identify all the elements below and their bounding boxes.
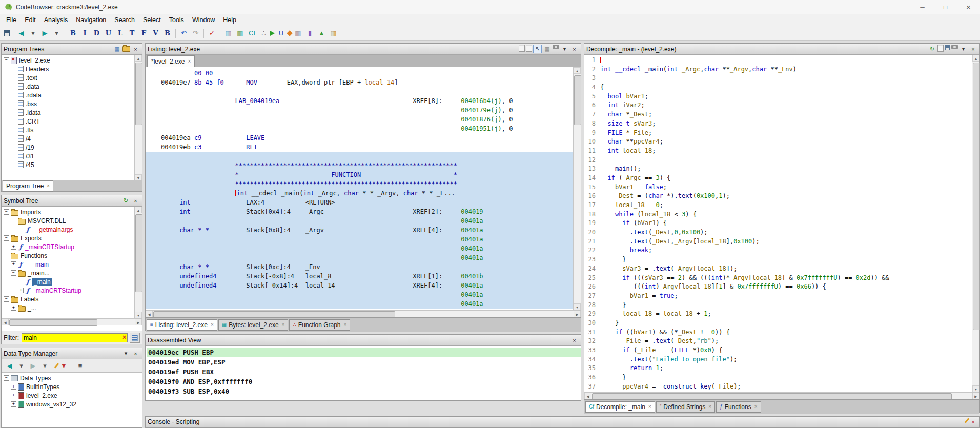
close-icon[interactable]: × [344,322,347,328]
disasm-row-2[interactable]: 004019ef PUSH EBX [147,367,581,377]
decompile-line-23[interactable]: 23 } [584,255,972,264]
expander-icon[interactable]: + [11,261,16,267]
close-icon[interactable]: × [131,196,140,205]
decompile-line-5[interactable]: 5 bool bVar1; [584,92,972,101]
decompile-line-31[interactable]: 31 if ((bVar1) && (*_Dest != 0)) { [584,328,972,337]
next-undefined-icon[interactable]: U [103,28,114,38]
re-decompile-icon[interactable]: ↻ [928,45,936,53]
decompile-line-27[interactable]: 27 bVar1 = true; [584,292,972,301]
menu-help[interactable]: Help [219,14,240,26]
refresh-icon[interactable]: ↻ [121,196,130,205]
close-icon[interactable]: × [211,322,214,328]
tree-item-data[interactable]: .data [2,82,135,91]
decompiler-hscrollbar[interactable]: ◀▶ [584,392,979,399]
decompile-line-29[interactable]: 29 local_18 = local_18 + 1; [584,310,972,319]
tree-item-45[interactable]: /45 [2,160,135,169]
listing-row-8[interactable]: 004019eb c3 RET [146,142,573,152]
next-instruction-icon[interactable]: I [79,28,90,38]
close-icon[interactable]: × [47,183,50,189]
tree-item-builtintypes[interactable]: +BuiltInTypes [2,382,142,391]
filter-input[interactable] [22,333,128,342]
redo-icon[interactable]: ↷ [190,28,201,38]
tree-item-msvcrt-dll[interactable]: −MSVCRT.DLL [2,216,135,225]
decompile-line-16[interactable]: 16 _Dest = (char *).text(0x100,1); [584,192,972,201]
next-data-type-icon[interactable]: ▶ [28,360,38,371]
decompile-line-37[interactable]: 37 ppcVar4 = _construct_key(_File); [584,382,972,392]
view-tab-decompile-main[interactable]: CfDecompile: _main× [585,401,655,413]
expander-icon[interactable]: − [4,57,9,63]
listing-row-19[interactable]: 00401a [146,244,573,253]
tab-program-tree[interactable]: Program Tree× [3,180,53,192]
snapshot-icon[interactable] [951,45,958,49]
view-tab-bytes-level-2-exe[interactable]: ▦Bytes: level_2.exe× [218,319,289,331]
tree-item-4[interactable]: /4 [2,134,135,143]
decompile-line-34[interactable]: 34 .text("Failed to open file"); [584,355,972,364]
listing-row-5[interactable]: 00401876(j), 0 [146,115,573,124]
disasm-row-3[interactable]: 004019f0 AND ESP,0xfffffff0 [147,377,581,386]
nav-back-menu-icon[interactable]: ▾ [28,28,38,38]
snapshot-icon[interactable] [553,45,559,49]
listing-row-23[interactable]: undefined4 Stack[-0x14]:4 local_14 XREF[… [146,281,573,290]
tree-item-rdata[interactable]: .rdata [2,91,135,99]
maximize-button[interactable]: □ [934,0,957,14]
menu-search[interactable]: Search [110,14,139,26]
decompile-line-36[interactable]: 36 } [584,373,972,382]
scroll-lock-icon[interactable]: ≡ [956,418,965,426]
disasm-row-1[interactable]: 004019ed MOV EBP,ESP [147,357,581,367]
decompile-line-1[interactable]: 1 [584,56,972,65]
data-type-preview-icon[interactable]: U [276,28,287,38]
filter-options-button[interactable] [130,333,140,343]
decompile-line-21[interactable]: 21 .text(_Dest,_Argv[local_18],0x100); [584,237,972,247]
tree-item-idata[interactable]: .idata [2,108,135,117]
listing-row-24[interactable]: 00401a [146,290,573,299]
expander-icon[interactable]: + [11,393,16,398]
expander-icon[interactable]: − [11,218,16,223]
expander-icon[interactable]: − [11,270,16,276]
program-tree-scrollbar[interactable]: ▲▼ [134,55,142,181]
next-function-icon[interactable]: F [138,28,149,38]
tree-item-windows-vs12-32[interactable]: +windows_vs12_32 [2,400,142,409]
nav-forward-menu-icon[interactable]: ▾ [51,28,62,38]
tree-item-main[interactable]: +ƒ___main [2,260,135,269]
decompile-line-20[interactable]: 20 .text(_Dest,0,0x100); [584,228,972,237]
expander-icon[interactable]: + [11,305,16,311]
decompile-line-35[interactable]: 35 return 1; [584,364,972,373]
listing-row-12[interactable]: ****************************************… [146,179,573,189]
decompile-line-12[interactable]: 12 [584,156,972,165]
function-graph-icon[interactable]: ∴ [258,28,269,38]
tree-item-main[interactable]: −_main... [2,269,135,277]
nav-forward-icon[interactable]: ▶ [39,28,50,38]
next-data-icon[interactable]: D [91,28,102,38]
close-icon[interactable]: × [708,404,711,410]
listing-row-6[interactable]: 00401951(j), 0 [146,124,573,133]
tree-item-headers[interactable]: Headers [2,65,135,73]
close-icon[interactable]: × [282,322,285,328]
close-icon[interactable]: × [131,45,140,53]
symbol-tree-vscrollbar[interactable]: ▲▼ [134,207,142,318]
view-tab-functions[interactable]: ƒFunctions× [716,401,761,413]
tree-item-exports[interactable]: −Exports [2,234,135,242]
listing-row-21[interactable]: char * * Stack[0xc]:4 _Env [146,262,573,272]
tree-item-bss[interactable]: .bss [2,99,135,108]
menu-file[interactable]: File [2,14,21,26]
listing-row-0[interactable]: 00 00 [146,69,573,78]
close-icon[interactable]: × [648,404,651,410]
decompile-line-11[interactable]: 11 int local_18; [584,147,972,156]
listing-vscrollbar[interactable]: ▲▼ [573,67,581,310]
tree-item-level-2-exe[interactable]: −level_2.exe [2,56,135,65]
clear-filter-icon[interactable]: × [122,334,126,341]
listing-row-4[interactable]: 0040179e(j), 0 [146,106,573,115]
listing-row-14[interactable]: int EAX:4 <RETURN> [146,198,573,207]
panel-menu-icon[interactable]: ▾ [121,349,130,358]
decompile-line-10[interactable]: 10 char **ppcVar4; [584,137,972,147]
menu-window[interactable]: Window [188,14,219,26]
listing-row-25[interactable]: 00401a [146,299,573,309]
tree-item-functions[interactable]: −Functions [2,251,135,260]
tree-item-data-types[interactable]: −Data Types [2,374,142,382]
clear-icon[interactable]: × [969,418,977,426]
insert-bytes-icon[interactable]: ▲ [316,28,327,38]
expander-icon[interactable]: + [11,244,16,250]
cursor-location-icon[interactable]: ↖ [533,45,542,53]
tree-item-maincrtstartup[interactable]: +ƒ_mainCRTStartup [2,242,135,251]
panel-menu-icon[interactable]: ▾ [560,45,569,53]
